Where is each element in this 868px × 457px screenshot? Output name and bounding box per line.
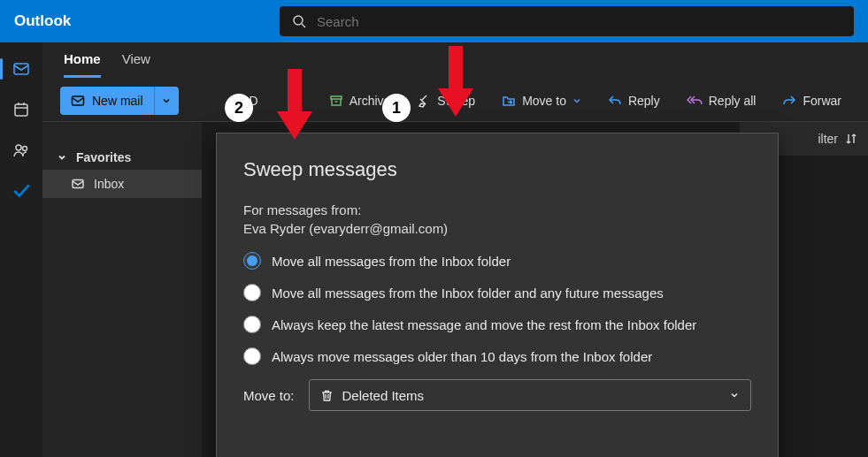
inbox-icon — [71, 177, 85, 191]
reply-label: Reply — [628, 94, 660, 108]
sweep-radio-0[interactable] — [243, 252, 261, 270]
sweep-label: Sweep — [437, 94, 475, 108]
archive-icon — [329, 94, 343, 108]
new-mail-label: New mail — [92, 94, 143, 108]
sweep-radio-1[interactable] — [243, 284, 261, 301]
svg-rect-9 — [73, 96, 84, 105]
filter-label: ilter — [818, 132, 838, 146]
rail-mail[interactable] — [4, 51, 39, 87]
folder-pane: Favorites Inbox — [42, 122, 202, 457]
sweep-option-0[interactable]: Move all messages from the Inbox folder — [243, 252, 751, 270]
sweep-dialog: Sweep messages For messages from: Eva Ry… — [216, 133, 779, 457]
rail-todo[interactable] — [4, 173, 39, 209]
delete-button[interactable]: D — [241, 87, 267, 115]
dialog-sender: Eva Ryder (evaryderr@gmail.com) — [243, 221, 751, 236]
move-to-label: Move to: — [243, 388, 295, 403]
svg-point-7 — [16, 145, 21, 150]
folder-move-icon — [502, 94, 516, 108]
sweep-option-label: Always move messages older than 10 days … — [272, 349, 652, 364]
trash-icon — [320, 389, 334, 402]
app-title: Outlook — [14, 12, 262, 30]
sweep-option-2[interactable]: Always keep the latest message and move … — [243, 316, 751, 333]
people-icon — [12, 141, 30, 159]
sweep-option-label: Move all messages from the Inbox folder — [272, 254, 511, 269]
forward-icon — [782, 94, 796, 108]
sweep-icon — [417, 94, 431, 108]
sweep-option-1[interactable]: Move all messages from the Inbox folder … — [243, 284, 751, 301]
archive-button[interactable]: Archive — [320, 87, 400, 115]
folder-inbox[interactable]: Inbox — [42, 170, 202, 198]
move-to-button[interactable]: Move to — [493, 87, 590, 115]
favorites-label: Favorites — [76, 150, 131, 164]
reply-all-icon — [687, 94, 703, 108]
move-to-row: Move to: Deleted Items — [243, 379, 751, 411]
dialog-title: Sweep messages — [243, 158, 751, 181]
search-icon — [292, 14, 306, 28]
calendar-icon — [12, 101, 30, 118]
favorites-header[interactable]: Favorites — [42, 145, 202, 170]
chevron-down-icon — [57, 152, 67, 163]
tab-view[interactable]: View — [122, 51, 150, 75]
search-box[interactable] — [280, 6, 854, 36]
sweep-option-label: Always keep the latest message and move … — [272, 317, 696, 332]
rail-people[interactable] — [4, 133, 39, 168]
new-mail-dropdown[interactable] — [154, 87, 179, 115]
reply-button[interactable]: Reply — [599, 87, 669, 115]
move-to-select[interactable]: Deleted Items — [309, 379, 751, 411]
svg-point-8 — [23, 147, 27, 151]
svg-point-0 — [294, 16, 303, 25]
rail-calendar[interactable] — [4, 92, 39, 127]
svg-rect-2 — [14, 64, 28, 74]
sweep-button[interactable]: Sweep — [408, 87, 484, 115]
forward-button[interactable]: Forwar — [773, 87, 850, 115]
chevron-down-icon — [572, 96, 581, 105]
reply-icon — [608, 94, 622, 108]
move-to-value: Deleted Items — [342, 388, 425, 403]
check-icon — [12, 181, 31, 201]
delete-label: D — [250, 94, 258, 108]
tab-home[interactable]: Home — [64, 51, 101, 78]
toolbar: New mail D Archive — [42, 80, 868, 122]
sweep-option-label: Move all messages from the Inbox folder … — [272, 286, 664, 301]
move-to-label: Move to — [522, 94, 566, 108]
svg-line-1 — [302, 24, 305, 27]
forward-label: Forwar — [803, 94, 841, 108]
reply-all-button[interactable]: Reply all — [678, 87, 765, 115]
svg-rect-10 — [331, 96, 342, 99]
mail-icon — [71, 94, 85, 108]
ribbon-tabs: Home View — [42, 42, 868, 80]
folder-inbox-label: Inbox — [94, 177, 124, 191]
reply-all-label: Reply all — [709, 94, 757, 108]
new-mail-group: New mail — [60, 87, 179, 115]
svg-rect-3 — [15, 104, 27, 116]
titlebar: Outlook — [0, 0, 868, 42]
chevron-down-icon — [729, 390, 740, 400]
sweep-radio-3[interactable] — [243, 347, 261, 365]
sweep-radio-2[interactable] — [243, 316, 261, 333]
chevron-down-icon — [162, 96, 171, 105]
search-input[interactable] — [317, 14, 841, 29]
sort-icon — [845, 133, 857, 145]
mail-icon — [12, 60, 30, 78]
svg-rect-12 — [73, 180, 83, 188]
sweep-option-3[interactable]: Always move messages older than 10 days … — [243, 347, 751, 365]
dialog-subtitle: For messages from: — [243, 202, 751, 217]
archive-label: Archive — [350, 94, 391, 108]
app-rail — [0, 42, 42, 457]
new-mail-button[interactable]: New mail — [60, 87, 154, 115]
